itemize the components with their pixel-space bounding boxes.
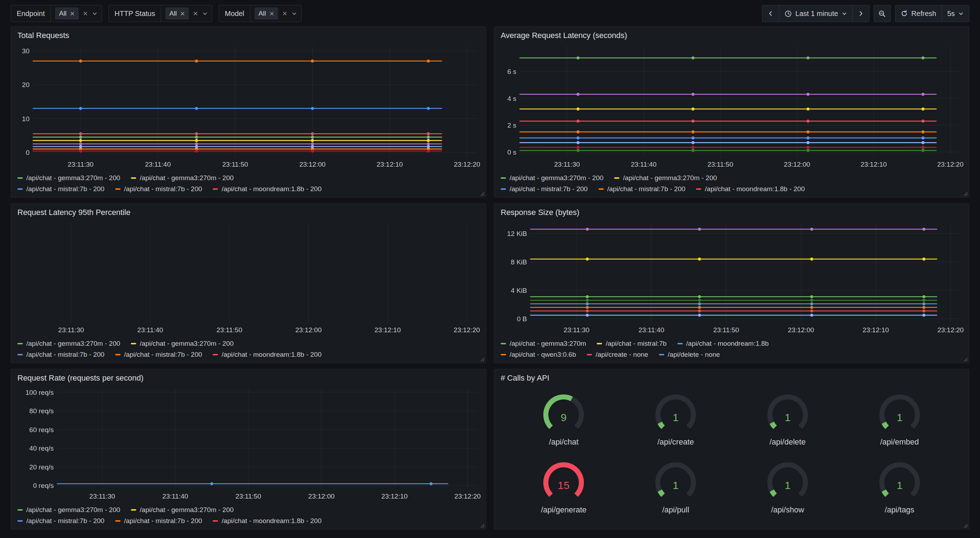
gauge-value: 15 [558, 479, 570, 491]
chart-area[interactable]: 23:11:3023:11:4023:11:5023:12:0023:12:10… [16, 220, 481, 335]
time-shift-back-button[interactable] [762, 5, 779, 22]
series-swatch [598, 188, 604, 190]
clear-filter-icon[interactable] [83, 11, 88, 16]
svg-text:40 req/s: 40 req/s [29, 444, 54, 452]
legend-item[interactable]: /api/chat - mistral:7b - 200 [115, 351, 202, 359]
legend-item[interactable]: /api/chat - gemma3:270m - 200 [18, 506, 120, 514]
legend-item[interactable]: /api/chat - mistral:7b - 200 [501, 185, 588, 193]
panel-title[interactable]: Total Requests [16, 30, 481, 41]
legend-item[interactable]: /api/chat - mistral:7b - 200 [18, 351, 105, 359]
panel-title[interactable]: Request Rate (requests per second) [16, 373, 481, 383]
filter-value-box: All [51, 5, 102, 22]
panel-resize-handle[interactable] [480, 524, 485, 528]
gauge-api-delete: 1/api/delete [761, 393, 814, 447]
legend-item[interactable]: /api/chat - moondream:1.8b - 200 [213, 351, 321, 359]
timeseries-plot: 0 req/s20 req/s40 req/s60 req/s80 req/s1… [16, 386, 481, 501]
panel-resize-handle[interactable] [963, 524, 968, 528]
filter-value-text: All [59, 10, 67, 17]
chart-legend: /api/chat - gemma3:270m - 200/api/chat -… [499, 171, 964, 193]
gauge-value: 1 [896, 411, 902, 423]
panel-title[interactable]: Request Latency 95th Percentile [16, 207, 481, 218]
filter-key-label[interactable]: Endpoint [11, 5, 51, 22]
filter-value-chip[interactable]: All [165, 8, 189, 19]
svg-text:30: 30 [22, 47, 30, 55]
legend-item[interactable]: /api/create - none [587, 351, 648, 359]
clear-filter-icon[interactable] [193, 11, 198, 16]
chart-area[interactable]: 0 s2 s4 s6 s23:11:3023:11:4023:11:5023:1… [499, 43, 964, 170]
svg-text:2 s: 2 s [508, 122, 516, 129]
svg-text:23:11:50: 23:11:50 [222, 160, 248, 168]
series-swatch [18, 188, 23, 190]
time-controls: Last 1 minute Refresh 5s [762, 5, 969, 22]
legend-item[interactable]: /api/chat - mistral:7b - 200 [18, 185, 105, 193]
legend-item[interactable]: /api/delete - none [659, 351, 720, 359]
legend-item[interactable]: /api/chat - moondream:1.8b - 200 [696, 185, 805, 193]
legend-item[interactable]: /api/chat - gemma3:270m - 200 [131, 174, 234, 182]
clear-filter-icon[interactable] [282, 11, 287, 16]
refresh-button[interactable]: Refresh [895, 5, 942, 22]
series-label: /api/chat - moondream:1.8b - 200 [221, 351, 321, 359]
gauge-value: 1 [785, 479, 791, 491]
zoom-out-button[interactable] [874, 5, 891, 22]
svg-text:23:11:30: 23:11:30 [563, 326, 590, 334]
resize-handle-icon [963, 357, 968, 362]
legend-item[interactable]: /api/chat - qwen3:0.6b [501, 351, 576, 359]
filter-dropdown-caret-icon[interactable] [202, 11, 208, 16]
svg-text:23:12:00: 23:12:00 [299, 160, 326, 168]
legend-item[interactable]: /api/chat - mistral:7b [597, 340, 667, 348]
series-label: /api/chat - gemma3:270m - 200 [509, 174, 603, 182]
chart-area[interactable]: 010203023:11:3023:11:4023:11:5023:12:002… [16, 43, 481, 170]
zoom-out-icon [878, 10, 886, 17]
legend-item[interactable]: /api/chat - gemma3:270m - 200 [131, 506, 234, 514]
gauge-value: 1 [673, 479, 679, 491]
series-label: /api/create - none [596, 351, 648, 359]
filter-key-label[interactable]: Model [219, 5, 250, 22]
legend-item[interactable]: /api/chat - gemma3:270m [501, 340, 586, 348]
panel-resize-handle[interactable] [480, 357, 485, 362]
chart-area[interactable]: 0 B4 KiB8 KiB12 KiB23:11:3023:11:4023:11… [499, 220, 964, 335]
legend-item[interactable]: /api/chat - gemma3:270m - 200 [131, 340, 234, 348]
panel-resize-handle[interactable] [963, 357, 968, 362]
legend-item[interactable]: /api/chat - mistral:7b - 200 [115, 517, 202, 525]
legend-item[interactable]: /api/chat - moondream:1.8b - 200 [213, 517, 321, 525]
legend-item[interactable]: /api/chat - mistral:7b - 200 [18, 517, 105, 525]
svg-text:4 KiB: 4 KiB [511, 287, 527, 294]
gauge-arc: 1 [873, 460, 926, 505]
legend-item[interactable]: /api/chat - mistral:7b - 200 [598, 185, 686, 193]
panel-resize-handle[interactable] [480, 192, 485, 196]
panel-title[interactable]: Average Request Latency (seconds) [499, 30, 964, 41]
refresh-label: Refresh [912, 10, 936, 18]
filter-dropdown-caret-icon[interactable] [92, 11, 97, 16]
filter-value-chip[interactable]: All [255, 8, 278, 19]
legend-item[interactable]: /api/chat - moondream:1.8b - 200 [213, 185, 321, 193]
legend-item[interactable]: /api/chat - mistral:7b - 200 [115, 185, 202, 193]
legend-item[interactable]: /api/chat - gemma3:270m - 200 [501, 174, 603, 182]
timeseries-plot: 0 B4 KiB8 KiB12 KiB23:11:3023:11:4023:11… [499, 220, 964, 335]
time-shift-forward-button[interactable] [852, 5, 869, 22]
series-label: /api/chat - mistral:7b [606, 340, 667, 348]
legend-item[interactable]: /api/chat - gemma3:270m - 200 [614, 174, 717, 182]
legend-item[interactable]: /api/chat - gemma3:270m - 200 [18, 340, 120, 348]
time-range-picker-button[interactable]: Last 1 minute [779, 5, 853, 22]
chart-area[interactable]: 0 req/s20 req/s40 req/s60 req/s80 req/s1… [16, 386, 481, 501]
clock-icon [784, 10, 792, 17]
legend-item[interactable]: /api/chat - moondream:1.8b [678, 340, 769, 348]
series-label: /api/chat - gemma3:270m - 200 [26, 506, 120, 514]
series-swatch [696, 188, 701, 190]
series-swatch [213, 188, 218, 190]
chart-legend: /api/chat - gemma3:270m - 200/api/chat -… [16, 503, 481, 525]
legend-item[interactable]: /api/chat - gemma3:270m - 200 [18, 174, 120, 182]
svg-text:10: 10 [22, 115, 30, 122]
svg-text:23:11:40: 23:11:40 [638, 326, 664, 334]
svg-text:23:12:00: 23:12:00 [296, 326, 322, 334]
filter-key-label[interactable]: HTTP Status [109, 5, 161, 22]
chart-legend: /api/chat - gemma3:270m - 200/api/chat -… [16, 336, 481, 359]
filter-value-chip[interactable]: All [55, 8, 79, 19]
chevron-down-icon [92, 11, 97, 16]
panel-title[interactable]: Response Size (bytes) [499, 207, 964, 218]
svg-text:23:12:00: 23:12:00 [788, 326, 814, 334]
filter-dropdown-caret-icon[interactable] [291, 11, 297, 16]
refresh-interval-dropdown[interactable]: 5s [942, 5, 969, 22]
panel-title[interactable]: # Calls by API [499, 373, 964, 383]
panel-resize-handle[interactable] [963, 192, 968, 196]
